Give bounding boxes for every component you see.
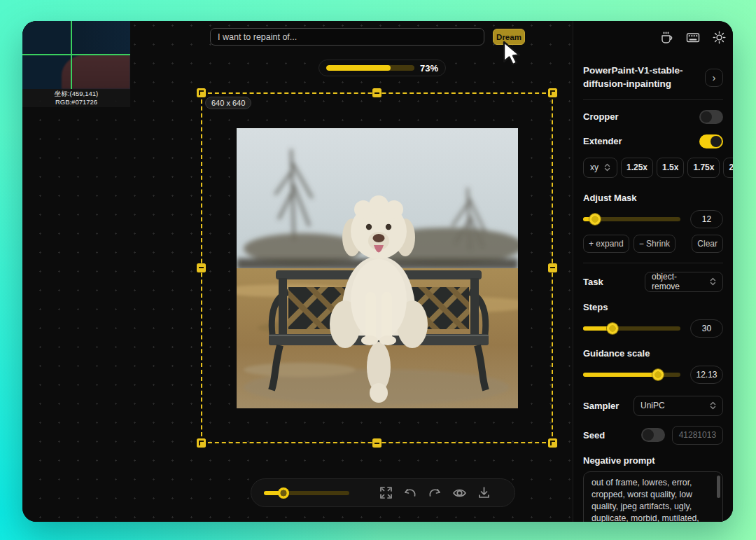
app-window: Dream 73% 坐标:(459,141) RGB:#071726 640 x… xyxy=(22,21,733,522)
show-original-icon[interactable] xyxy=(451,485,467,501)
extender-label: Extender xyxy=(583,136,622,146)
scale-option-1.5x[interactable]: 1.5x xyxy=(657,158,684,178)
cropper-toggle[interactable] xyxy=(699,110,723,124)
redo-icon[interactable] xyxy=(427,485,442,501)
cropper-label: Cropper xyxy=(583,111,619,122)
scrollbar-thumb[interactable] xyxy=(717,476,720,498)
zoom-slider[interactable] xyxy=(264,491,349,495)
mask-expand-button[interactable]: + expand xyxy=(583,235,629,253)
collapse-sidebar-button[interactable]: › xyxy=(705,69,723,87)
negative-prompt-textarea[interactable]: out of frame, lowres, error, cropped, wo… xyxy=(583,471,723,522)
seed-value[interactable]: 41281013 xyxy=(672,426,723,445)
dream-button[interactable]: Dream xyxy=(493,29,525,45)
zoom-slider-knob[interactable] xyxy=(278,487,289,499)
resize-handle-top-right[interactable] xyxy=(548,88,557,97)
steps-slider-knob[interactable] xyxy=(607,323,618,334)
progress-fill xyxy=(326,65,391,71)
scale-option-1.25x[interactable]: 1.25x xyxy=(621,158,653,178)
resize-handle-bottom-left[interactable] xyxy=(197,438,206,448)
edited-image-dog-on-bench[interactable] xyxy=(237,128,518,408)
pixel-inspector: 坐标:(459,141) RGB:#071726 xyxy=(22,21,130,107)
inspector-rgb: RGB:#071726 xyxy=(55,98,97,106)
settings-gear-icon[interactable] xyxy=(712,30,727,48)
keyboard-shortcuts-icon[interactable] xyxy=(685,30,701,48)
inspector-coordinate: 坐标:(459,141) xyxy=(55,90,98,98)
sampler-label: Sampler xyxy=(583,401,619,411)
seed-toggle[interactable] xyxy=(641,428,665,442)
resize-handle-top-left[interactable] xyxy=(197,88,206,97)
mask-clear-button[interactable]: Clear xyxy=(692,235,723,253)
guidance-slider-knob[interactable] xyxy=(652,369,664,380)
mask-kernel-value[interactable]: 12 xyxy=(690,210,723,228)
guidance-scale-value[interactable]: 12.13 xyxy=(690,366,723,384)
steps-label: Steps xyxy=(583,302,723,312)
task-label: Task xyxy=(583,277,603,287)
extender-toggle[interactable] xyxy=(699,134,723,148)
resize-handle-top-center[interactable] xyxy=(372,88,382,97)
pixel-inspector-magnifier xyxy=(22,21,130,89)
resize-handle-middle-left[interactable] xyxy=(197,263,206,272)
crosshair-horizontal xyxy=(22,54,130,55)
fit-view-icon[interactable] xyxy=(378,485,393,501)
resize-handle-bottom-right[interactable] xyxy=(548,438,557,448)
selection-size-label: 640 x 640 xyxy=(205,97,251,109)
task-select[interactable]: object-remove xyxy=(645,272,723,292)
undo-icon[interactable] xyxy=(402,485,418,501)
steps-slider[interactable] xyxy=(583,326,680,331)
seed-label: Seed xyxy=(583,430,605,441)
guidance-scale-label: Guidance scale xyxy=(583,348,723,359)
resize-handle-bottom-center[interactable] xyxy=(372,438,382,448)
extender-axis-select[interactable]: xy xyxy=(583,158,617,178)
adjust-mask-label: Adjust Mask xyxy=(583,193,723,203)
steps-value[interactable]: 30 xyxy=(690,319,723,338)
scale-option-2.0x[interactable]: 2.0x xyxy=(723,158,733,178)
download-icon[interactable] xyxy=(476,485,491,501)
coffee-icon[interactable] xyxy=(659,30,674,48)
guidance-scale-slider[interactable] xyxy=(583,373,680,377)
model-name: PowerPaint-V1-stable-diffusion-inpaintin… xyxy=(583,64,701,91)
resize-handle-middle-right[interactable] xyxy=(548,263,557,272)
sampler-select[interactable]: UniPC xyxy=(634,396,723,416)
scale-option-1.75x[interactable]: 1.75x xyxy=(687,158,720,178)
prompt-input[interactable] xyxy=(210,28,484,46)
zoom-slider-fill xyxy=(264,491,283,495)
editor-canvas[interactable]: Dream 73% 坐标:(459,141) RGB:#071726 640 x… xyxy=(22,21,573,522)
mask-shrink-button[interactable]: − Shrink xyxy=(634,235,676,253)
divider xyxy=(583,99,723,100)
negative-prompt-label: Negative prompt xyxy=(583,455,723,466)
mask-kernel-slider[interactable] xyxy=(583,217,680,221)
progress-label: 73% xyxy=(420,63,438,74)
viewer-toolbar xyxy=(251,478,515,507)
settings-sidebar: PowerPaint-V1-stable-diffusion-inpaintin… xyxy=(573,21,733,522)
progress-bar: 73% xyxy=(318,60,446,76)
progress-track xyxy=(326,65,414,71)
mask-slider-knob[interactable] xyxy=(589,214,601,225)
